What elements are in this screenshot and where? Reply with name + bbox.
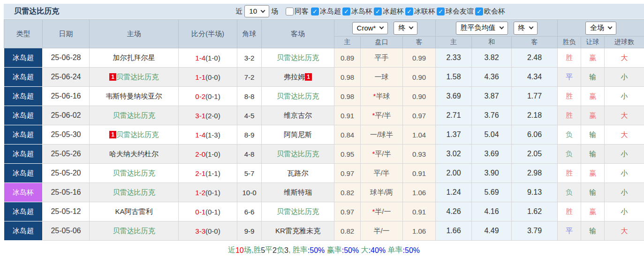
league-type: 冰岛超	[13, 111, 34, 119]
away-team-name[interactable]: KR雷克雅未克	[275, 227, 320, 235]
league-filter-item[interactable]: 球会友谊	[437, 7, 474, 16]
home-team-name[interactable]: 贝雷达比历克	[116, 73, 159, 81]
corner-score: 8-8	[237, 87, 262, 106]
result-goals: 小	[605, 183, 644, 202]
handicap-away-odds: 0.97	[403, 106, 436, 125]
league-filter-item[interactable]: 冰联杯	[405, 7, 435, 16]
handicap-line: 一/球半	[361, 125, 403, 145]
match-date: 25-05-30	[43, 125, 90, 145]
sub-header-handicap-home: 主	[334, 37, 361, 48]
summary-segment: 单率	[386, 245, 402, 255]
result-goals: 小	[605, 87, 644, 106]
league-type: 冰岛超	[13, 169, 34, 177]
summary-segment: :50%	[403, 246, 420, 255]
match-date: 25-06-02	[43, 106, 90, 125]
away-team-name[interactable]: 阿简尼斯	[284, 130, 312, 138]
away-team-name[interactable]: 贝雷达比历克	[277, 53, 319, 61]
odds-time-select[interactable]: 终	[394, 22, 417, 35]
home-team-name[interactable]: 韦斯特曼纳埃亚尔	[106, 92, 162, 100]
avg-odds-select[interactable]: 胜平负均值	[456, 22, 508, 35]
home-team-name[interactable]: 加尔扎拜尔星	[113, 53, 155, 61]
avg-home-odds: 1.37	[436, 125, 472, 145]
checkbox-icon[interactable]	[374, 8, 382, 15]
league-filter-label: 欧会杯	[484, 7, 505, 16]
home-team-cell: 贝雷达比历克	[90, 183, 179, 202]
summary-segment: 负	[277, 245, 284, 255]
title-bar: 贝雷达比历克 近 10 场 同客 冰岛超 冰岛杯 冰超杯 冰联杯 球会友谊 欧会…	[4, 4, 644, 19]
league-filter-item[interactable]: 欧会杯	[475, 7, 505, 16]
fulltime-score: 0-1	[195, 208, 205, 216]
result-goals: 大	[605, 125, 644, 145]
checkbox-icon[interactable]	[311, 8, 319, 15]
avg-time-select[interactable]: 终	[514, 22, 538, 35]
score-cell: 2-1(1-1)	[179, 164, 237, 183]
odds-company-select[interactable]: Crow*	[352, 22, 388, 34]
league-type-cell: 冰岛超	[4, 48, 43, 68]
halftime-score: (1-0)	[205, 54, 220, 62]
score-cell: 1-4(1-3)	[179, 125, 237, 145]
checkbox-icon[interactable]	[286, 8, 294, 15]
away-team-name[interactable]: 贝雷达比历克	[277, 92, 319, 100]
score-cell: 0-2(0-1)	[179, 87, 237, 106]
recent-label: 近	[235, 7, 242, 16]
summary-footer: 近10场,胜5平2负3, 胜率:50% 赢率:50% 大:40% 单率:50%	[4, 241, 644, 259]
avg-draw-odds: 3.76	[472, 106, 512, 125]
avg-away-odds: 2.48	[512, 48, 558, 68]
checkbox-icon[interactable]	[475, 8, 483, 15]
home-team-cell: 1贝雷达比历克	[90, 125, 179, 145]
league-filter-item[interactable]: 冰岛杯	[342, 7, 372, 16]
home-team-name[interactable]: 哈夫纳夫约杜尔	[109, 150, 159, 158]
filter-controls: 近 10 场 同客 冰岛超 冰岛杯 冰超杯 冰联杯 球会友谊 欧会杯	[234, 5, 505, 17]
corner-score: 3-2	[237, 48, 262, 68]
handicap-away-odds: 1.04	[403, 125, 436, 145]
home-team-cell: 贝雷达比历克	[90, 164, 179, 183]
handicap-line: 球半/两	[361, 183, 403, 202]
checkbox-icon[interactable]	[342, 8, 350, 15]
avg-away-odds: 2.05	[512, 145, 558, 164]
away-team-name[interactable]: 弗拉姆	[284, 73, 305, 81]
scope-select[interactable]: 全场	[585, 22, 616, 35]
home-team-name[interactable]: 贝雷达比历克	[116, 130, 159, 138]
home-team-name[interactable]: 贝雷达比历克	[113, 227, 155, 235]
fulltime-score: 1-4	[195, 131, 205, 139]
col-header-type: 类型	[4, 20, 43, 48]
handicap-line-text: 一/球半	[370, 130, 393, 138]
table-row: 冰岛超 25-06-02 贝雷达比历克 3-1(2-0) 4-5 维京古尔 0.…	[4, 106, 644, 125]
home-team-cell: 1贝雷达比历克	[90, 68, 179, 87]
col-header-date: 日期	[43, 20, 90, 48]
league-type-cell: 冰岛超	[4, 221, 43, 241]
recent-count-select[interactable]: 10	[244, 5, 269, 17]
table-row: 冰岛超 25-05-30 1贝雷达比历克 1-4(1-3) 8-9 阿简尼斯 0…	[4, 125, 644, 145]
match-date: 25-05-06	[43, 221, 90, 241]
away-team-name[interactable]: 维斯特瑞	[284, 188, 312, 196]
halftime-score: (0-1)	[205, 189, 220, 197]
result-goals: 大	[605, 106, 644, 125]
away-team-name[interactable]: 维京古尔	[284, 111, 312, 119]
home-team-name[interactable]: 贝雷达比历克	[113, 169, 155, 177]
matches-tbody: 冰岛超 25-06-28 加尔扎拜尔星 1-4(1-0) 3-2 贝雷达比历克 …	[4, 48, 644, 241]
away-team-name[interactable]: 贝雷达比历克	[277, 150, 319, 158]
table-row: 冰岛超 25-06-16 韦斯特曼纳埃亚尔 0-2(0-1) 8-8 贝雷达比历…	[4, 87, 644, 106]
league-type: 冰岛超	[13, 227, 34, 235]
league-filter-item[interactable]: 冰超杯	[374, 7, 404, 16]
col-header-goals: 进球数	[605, 37, 644, 48]
home-team-name[interactable]: 贝雷达比历克	[113, 188, 155, 196]
away-team-name[interactable]: 瓦路尔	[288, 169, 309, 177]
away-team-cell: 维斯特瑞	[262, 183, 334, 202]
avg-time-value: 终	[518, 23, 525, 32]
checkbox-icon[interactable]	[405, 8, 413, 15]
checkbox-icon[interactable]	[437, 8, 445, 15]
away-team-name[interactable]: 贝雷达比历克	[277, 207, 319, 215]
table-row: 冰岛超 25-06-28 加尔扎拜尔星 1-4(1-0) 3-2 贝雷达比历克 …	[4, 48, 644, 68]
home-team-name[interactable]: 贝雷达比历克	[113, 111, 155, 119]
league-filter-item[interactable]: 冰岛超	[311, 7, 341, 16]
halftime-score: (0-0)	[205, 73, 220, 81]
handicap-away-odds: 0.90	[403, 87, 436, 106]
handicap-line: *半/一	[361, 202, 403, 221]
avg-draw-odds: 3.69	[472, 145, 512, 164]
league-filter-item[interactable]: 同客	[286, 7, 309, 16]
summary-segment: , 胜率	[288, 245, 308, 255]
match-date: 25-05-16	[43, 183, 90, 202]
home-team-name[interactable]: KA阿古雷利	[115, 207, 152, 215]
handicap-line: *半球	[361, 87, 403, 106]
